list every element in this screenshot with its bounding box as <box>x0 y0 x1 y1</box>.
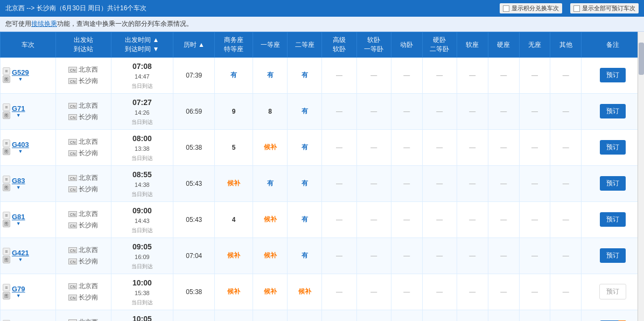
checkbox-points-label[interactable]: 显示积分兑换车次 <box>500 3 562 13</box>
seat-erdeng[interactable]: 有 <box>288 93 322 129</box>
arrive-note: 当日到达 <box>114 226 171 235</box>
book-cell[interactable]: 预订 <box>582 238 644 274</box>
checkbox-all-text: 显示全部可预订车次 <box>582 4 635 12</box>
seat-qita: — <box>550 274 582 310</box>
book-cell[interactable]: 预订 <box>582 165 644 201</box>
seat-erdeng[interactable]: 有 <box>288 201 322 238</box>
img-icon: 图 <box>3 148 10 155</box>
expand-arrow[interactable]: ▼ <box>16 293 21 298</box>
station-cell: CN 北京西 CN 长沙南 <box>55 274 111 310</box>
seat-wuzuo: — <box>519 238 550 274</box>
seat-yideng[interactable]: 候补 <box>253 274 287 310</box>
book-cell[interactable]: 预订 <box>582 129 644 165</box>
train-link[interactable]: G529 <box>12 68 29 76</box>
seat-shangwu[interactable]: 候补 <box>215 165 253 201</box>
seat-shangwu[interactable]: 候补 <box>215 238 253 274</box>
scrollbar-thumb[interactable] <box>639 43 644 75</box>
seat-shangwu[interactable]: 有 <box>215 58 253 94</box>
col-erdeng: 二等座 <box>288 32 322 58</box>
seat-yideng[interactable]: 候补 <box>253 238 287 274</box>
table-row: ≡ 图 G421 ▼ CN 北京西 CN 长沙南 09:05 16:09 当日到… <box>1 238 644 274</box>
seat-yingzuo: — <box>488 93 519 129</box>
train-table: 车次 出发站到达站 出发时间 ▲到达时间 ▼ 历时 ▲ 商务座特等座 一等座 二… <box>0 32 644 321</box>
arrive-note: 当日到达 <box>114 154 171 163</box>
duration-value: 05:38 <box>186 288 202 296</box>
to-station: 长沙南 <box>79 184 98 194</box>
seat-erdeng[interactable]: 有 <box>288 165 322 201</box>
seat-yingwo: — <box>422 165 457 201</box>
duration-cell: 05:43 <box>173 165 215 201</box>
seat-ruanwo: — <box>356 274 391 310</box>
train-link[interactable]: G79 <box>12 285 25 293</box>
seat-gaoji: — <box>322 129 356 165</box>
book-cell[interactable]: 预订 <box>582 58 644 94</box>
arrive-time: 14:47 <box>114 72 171 82</box>
book-button[interactable]: 预订 <box>600 176 626 191</box>
train-link[interactable]: G83 <box>12 177 25 185</box>
checkbox-all-label[interactable]: 显示全部可预订车次 <box>570 3 639 13</box>
station-cell: CN 北京西 CN 长沙南 <box>55 93 111 129</box>
expand-arrow[interactable]: ▼ <box>18 76 23 82</box>
expand-arrow[interactable]: ▼ <box>18 257 23 262</box>
train-link[interactable]: G71 <box>12 104 25 113</box>
seat-erdeng[interactable]: 有 <box>288 310 322 321</box>
checkbox-all[interactable] <box>573 5 580 12</box>
train-link[interactable]: G421 <box>12 249 29 257</box>
seat-yideng[interactable]: 有 <box>253 310 287 321</box>
from-flag-icon: CN <box>68 283 77 289</box>
train-number-cell: ≡ 图 G405 ▼ <box>1 310 56 321</box>
seat-ruanwo: — <box>356 165 391 201</box>
note-icon: ≡ <box>3 139 10 147</box>
notice-link[interactable]: 接续换乘 <box>31 19 57 29</box>
col-duration[interactable]: 历时 ▲ <box>173 32 215 58</box>
seat-erdeng[interactable]: 候补 <box>288 274 322 310</box>
book-button[interactable]: 预订 <box>600 248 626 263</box>
seat-yideng[interactable]: 候补 <box>253 129 287 165</box>
book-button[interactable]: 预订 <box>600 212 626 227</box>
duration-cell: 06:59 <box>173 93 215 129</box>
expand-arrow[interactable]: ▼ <box>16 185 21 190</box>
seat-ruanzuo: — <box>457 201 488 238</box>
seat-yingwo: — <box>422 238 457 274</box>
seat-yideng[interactable]: 有 <box>253 165 287 201</box>
depart-time: 07:08 <box>114 60 171 72</box>
book-button[interactable]: 预订 <box>600 140 626 155</box>
seat-shangwu[interactable]: 4 <box>215 201 253 238</box>
book-cell[interactable]: 预订 <box>582 274 644 310</box>
train-link[interactable]: G403 <box>12 141 29 149</box>
book-button[interactable]: 预订 <box>600 68 626 82</box>
seat-yideng[interactable]: 有 <box>253 58 287 94</box>
seat-yideng[interactable]: 8 <box>253 93 287 129</box>
seat-shangwu[interactable]: 候补 <box>215 274 253 310</box>
book-cell[interactable]: 预订 <box>582 201 644 238</box>
from-flag-icon: CN <box>68 103 77 109</box>
seat-qita: — <box>550 93 582 129</box>
checkbox-points[interactable] <box>503 5 509 12</box>
expand-arrow[interactable]: ▼ <box>16 221 21 226</box>
to-station: 长沙南 <box>79 112 98 122</box>
seat-wuzuo: — <box>519 93 550 129</box>
seat-erdeng[interactable]: 有 <box>288 238 322 274</box>
duration-value: 05:43 <box>186 180 202 187</box>
table-row: ≡ 图 G71 ▼ CN 北京西 CN 长沙南 07:27 14:26 当日到达… <box>1 93 644 129</box>
seat-shangwu[interactable]: 9 <box>215 93 253 129</box>
img-icon: 图 <box>3 75 10 83</box>
col-times[interactable]: 出发时间 ▲到达时间 ▼ <box>111 32 173 58</box>
seat-wuzuo: — <box>519 310 550 321</box>
col-yideng: 一等座 <box>253 32 287 58</box>
seat-erdeng[interactable]: 有 <box>288 58 322 94</box>
train-link[interactable]: G81 <box>12 213 25 221</box>
seat-yideng[interactable]: 候补 <box>253 201 287 238</box>
book-cell[interactable]: 预订 <box>582 93 644 129</box>
seat-shangwu[interactable]: 有 <box>215 310 253 321</box>
seat-yingwo: — <box>422 93 457 129</box>
book-button[interactable]: 预订 <box>600 104 626 118</box>
table-row: ≡ 图 G403 ▼ CN 北京西 CN 长沙南 08:00 13:38 当日到… <box>1 129 644 165</box>
expand-arrow[interactable]: ▼ <box>18 149 23 154</box>
expand-arrow[interactable]: ▼ <box>16 113 21 118</box>
book-cell[interactable]: 预订 <box>582 310 644 321</box>
seat-wuzuo: — <box>519 165 550 201</box>
seat-shangwu[interactable]: 5 <box>215 129 253 165</box>
vertical-scrollbar[interactable] <box>638 32 644 321</box>
seat-erdeng[interactable]: 有 <box>288 129 322 165</box>
